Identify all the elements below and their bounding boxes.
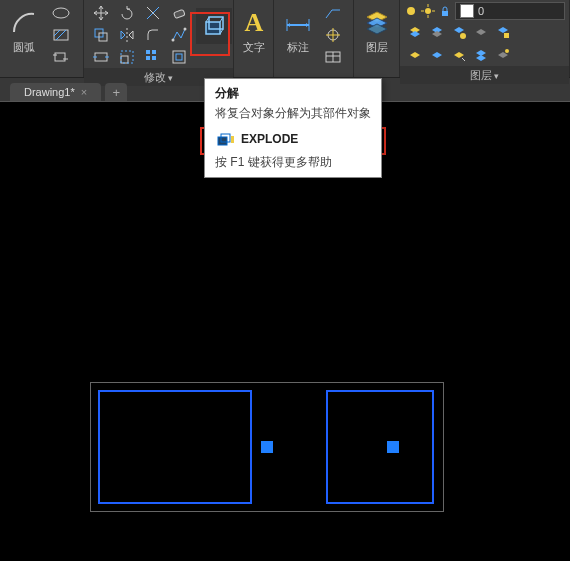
table-icon[interactable]: [320, 46, 346, 68]
svg-rect-23: [206, 22, 220, 34]
svg-point-0: [53, 8, 69, 18]
tooltip-command: EXPLODE: [211, 128, 375, 150]
svg-rect-44: [442, 11, 448, 16]
layer-walk-icon[interactable]: [492, 44, 514, 66]
layer-cur-icon[interactable]: [448, 44, 470, 66]
tooltip-desc: 将复合对象分解为其部件对象: [215, 105, 371, 122]
panel-annotation: 标注: [274, 0, 354, 77]
svg-point-12: [172, 39, 175, 42]
leader-icon[interactable]: [320, 2, 346, 24]
erase-icon[interactable]: [166, 2, 192, 24]
tooltip-explode: 分解 将复合对象分解为其部件对象 EXPLODE 按 F1 键获得更多帮助: [204, 78, 382, 178]
offset-icon[interactable]: [166, 46, 192, 68]
tooltip-help: 按 F1 键获得更多帮助: [215, 154, 371, 171]
tab-add-button[interactable]: +: [105, 83, 127, 101]
close-icon[interactable]: ×: [81, 86, 87, 98]
svg-rect-46: [504, 33, 509, 38]
center-icon[interactable]: [320, 24, 346, 46]
layer-combo[interactable]: 0: [455, 2, 565, 20]
layer-match-icon[interactable]: [404, 44, 426, 66]
text-label: 文字: [243, 40, 265, 55]
svg-rect-4: [55, 53, 65, 61]
explode-icon: [217, 132, 235, 146]
tab-drawing1[interactable]: Drawing1* ×: [10, 83, 101, 101]
svg-rect-21: [173, 51, 185, 63]
svg-point-47: [505, 49, 509, 53]
panel-layermgr-title[interactable]: 图层▾: [400, 66, 569, 84]
rotate-icon[interactable]: [114, 2, 140, 24]
svg-rect-20: [152, 56, 156, 60]
ribbon-toolbar: 圆弧: [0, 0, 570, 78]
selected-rectangle[interactable]: [98, 390, 252, 504]
layer-freeze-icon[interactable]: [448, 21, 470, 43]
layer-lock-icon[interactable]: [492, 21, 514, 43]
svg-point-39: [425, 8, 431, 14]
panel-text: A 文字: [234, 0, 274, 77]
lock-icon[interactable]: [438, 4, 452, 18]
svg-rect-19: [146, 56, 150, 60]
panel-layer-mgr: 0 图层▾: [400, 0, 570, 77]
array-icon[interactable]: [140, 46, 166, 68]
sun-icon[interactable]: [421, 4, 435, 18]
copy-icon[interactable]: [88, 24, 114, 46]
layer-state-icon[interactable]: [404, 21, 426, 43]
svg-point-45: [460, 33, 466, 39]
svg-line-3: [54, 30, 60, 36]
svg-rect-9: [174, 9, 185, 18]
hatch-icon[interactable]: [48, 24, 74, 46]
crop-icon[interactable]: [48, 46, 74, 68]
dropdown-icon: ▾: [168, 73, 173, 83]
svg-rect-15: [121, 56, 128, 63]
panel-arc: 圆弧: [0, 0, 84, 77]
layer-copy-icon[interactable]: [470, 44, 492, 66]
arc-label: 圆弧: [13, 40, 35, 55]
fillet-icon[interactable]: [140, 24, 166, 46]
dropdown-icon: ▾: [494, 71, 499, 81]
svg-point-38: [407, 7, 415, 15]
plus-icon: +: [112, 85, 120, 100]
explode-button[interactable]: [196, 8, 232, 44]
svg-rect-22: [176, 54, 182, 60]
layers-label: 图层: [366, 40, 388, 55]
svg-rect-50: [231, 136, 234, 143]
svg-rect-17: [146, 50, 150, 54]
layer-name: 0: [478, 5, 484, 17]
move-icon[interactable]: [88, 2, 114, 24]
dimension-tool[interactable]: [278, 2, 318, 42]
arc-tool[interactable]: [4, 2, 44, 42]
layer-prev-icon[interactable]: [426, 44, 448, 66]
svg-line-2: [56, 30, 66, 40]
bulb-on-icon[interactable]: [404, 4, 418, 18]
panel-layers: 图层: [354, 0, 400, 77]
dim-label: 标注: [287, 40, 309, 55]
svg-point-13: [184, 28, 187, 31]
svg-rect-48: [218, 137, 227, 145]
trim-icon[interactable]: [140, 2, 166, 24]
stretch-icon[interactable]: [88, 46, 114, 68]
grip-handle[interactable]: [387, 441, 399, 453]
color-swatch-icon: [460, 4, 474, 18]
tooltip-title: 分解: [215, 85, 371, 102]
layer-off-icon[interactable]: [470, 21, 492, 43]
mirror-icon[interactable]: [114, 24, 140, 46]
tooltip-cmd-text: EXPLODE: [241, 132, 298, 146]
svg-text:A: A: [244, 8, 263, 37]
svg-rect-18: [152, 50, 156, 54]
layer-iso-icon[interactable]: [426, 21, 448, 43]
text-tool[interactable]: A: [234, 2, 274, 42]
selected-rectangle[interactable]: [326, 390, 434, 504]
svg-rect-16: [121, 51, 133, 63]
ellipse-icon[interactable]: [48, 2, 74, 24]
pedit-icon[interactable]: [166, 24, 192, 46]
tab-label: Drawing1*: [24, 86, 75, 98]
scale-icon[interactable]: [114, 46, 140, 68]
layer-properties-button[interactable]: [357, 2, 397, 42]
grip-handle[interactable]: [261, 441, 273, 453]
panel-modify: 修改▾: [84, 0, 234, 77]
